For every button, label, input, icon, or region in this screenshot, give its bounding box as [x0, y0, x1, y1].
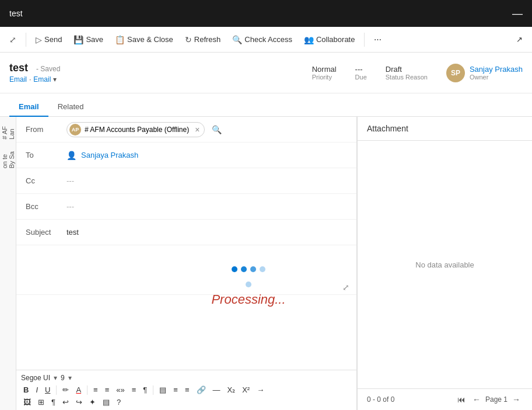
from-label: From [26, 125, 66, 134]
editor-sep-3 [153, 385, 153, 395]
send-icon: ▷ [36, 35, 42, 44]
ltr-button[interactable]: → [254, 384, 267, 395]
type-link-1[interactable]: Email [9, 75, 27, 84]
collaborate-icon: 👥 [304, 35, 314, 44]
page-label: Page 1 [485, 395, 508, 404]
title-bar: test — [0, 0, 532, 27]
check-access-button[interactable]: 🔍 Check Access [228, 33, 297, 47]
list2-button[interactable]: ▤ [100, 397, 112, 408]
bcc-label: Bcc [26, 202, 66, 211]
next-page-button[interactable]: → [510, 394, 523, 405]
font-name-dropdown[interactable]: ▾ [54, 374, 57, 382]
font-size-dropdown[interactable]: ▾ [68, 374, 72, 382]
cc-label: Cc [26, 176, 66, 185]
owner-name[interactable]: Sanjay Prakash [470, 65, 523, 74]
paragraph-button[interactable]: ¶ [49, 397, 58, 408]
priority-label: Priority [312, 74, 332, 81]
font-color-button[interactable]: A [74, 384, 83, 395]
bold-button[interactable]: B [21, 384, 31, 395]
undo-button[interactable]: ↩ [60, 397, 71, 408]
refresh-button[interactable]: ↻ Refresh [180, 33, 226, 47]
due-label: Due [355, 74, 367, 81]
align-center-button[interactable]: ≡ [103, 384, 112, 395]
prev-page-button[interactable]: ← [470, 394, 483, 405]
email-body-area[interactable] [16, 245, 356, 280]
editor-sep-2 [87, 385, 88, 395]
right-panel: Attachment No data available 0 - 0 of 0 … [357, 117, 532, 410]
owner-section: SP Sanjay Prakash Owner [446, 64, 523, 82]
info-fields: Normal Priority --- Due Draft Status Rea… [312, 64, 523, 82]
from-search-icon[interactable]: 🔍 [212, 125, 222, 134]
type-dropdown-icon[interactable]: ▾ [53, 75, 57, 84]
sidebar-item-2[interactable]: on teBy Sa [0, 147, 18, 173]
subject-value[interactable]: test [66, 228, 79, 237]
from-close-button[interactable]: × [195, 125, 200, 134]
email-form: From AP # AFM Accounts Payable (Offline)… [16, 117, 357, 410]
ordered-list-button[interactable]: ¶ [141, 384, 149, 395]
save-button[interactable]: 💾 Save [69, 33, 108, 47]
expand-icon[interactable]: ⤢ [342, 283, 349, 292]
no-data-text: No data available [415, 260, 474, 269]
type-link-2[interactable]: Email [33, 75, 51, 84]
underline-button[interactable]: U [43, 384, 52, 395]
due-field: --- Due [355, 65, 367, 81]
superscript-button[interactable]: X² [240, 384, 252, 395]
list-button[interactable]: ≡ [130, 384, 139, 395]
cc-row: Cc --- [16, 168, 356, 194]
star-button[interactable]: ✦ [87, 397, 98, 408]
cc-value: --- [66, 176, 347, 185]
more-options-button[interactable]: ⋯ [369, 33, 386, 46]
font-size-label[interactable]: 9 [61, 374, 65, 382]
info-title-row: test - Saved [9, 62, 60, 74]
pagination-range: 0 - 0 of 0 [367, 395, 394, 404]
pagination: ⏮ ← Page 1 → [455, 394, 523, 405]
editor-sep-1 [56, 385, 57, 395]
pop-out-button[interactable]: ⤢ [5, 33, 21, 47]
redo-button[interactable]: ↪ [74, 397, 85, 408]
sidebar-item-1[interactable]: # AFLan [0, 121, 18, 144]
priority-field: Normal Priority [312, 65, 337, 81]
toolbar-separator-1 [26, 33, 26, 47]
right-panel-footer: 0 - 0 of 0 ⏮ ← Page 1 → [358, 388, 532, 410]
minimize-button[interactable]: — [512, 8, 523, 19]
bcc-row: Bcc --- [16, 194, 356, 220]
first-page-button[interactable]: ⏮ [455, 394, 468, 405]
grid-button[interactable]: ⊞ [36, 397, 47, 408]
justify-button[interactable]: ≡ [183, 384, 192, 395]
align-left-button[interactable]: ≡ [91, 384, 100, 395]
save-close-button[interactable]: 📋 Save & Close [110, 33, 178, 47]
title-bar-controls: — [512, 8, 523, 19]
collaborate-button[interactable]: 👥 Collaborate [299, 33, 360, 47]
italic-button[interactable]: I [33, 384, 40, 395]
check-access-icon: 🔍 [232, 35, 242, 44]
toolbar: ⤢ ▷ Send 💾 Save 📋 Save & Close ↻ Refresh… [0, 27, 532, 53]
tab-related[interactable]: Related [48, 98, 93, 117]
tab-email[interactable]: Email [9, 98, 48, 117]
share-button[interactable]: ↗ [512, 33, 527, 46]
subscript-button[interactable]: X₂ [225, 384, 238, 395]
form-fields: From AP # AFM Accounts Payable (Offline)… [16, 117, 356, 370]
cc-dashes: --- [66, 176, 74, 185]
from-row: From AP # AFM Accounts Payable (Offline)… [16, 117, 356, 143]
to-person-name[interactable]: Sanjaya Prakash [81, 151, 138, 159]
main-content: # AFLan on teBy Sa From AP # AFM Account… [0, 117, 532, 410]
hr-button[interactable]: — [211, 384, 223, 395]
indent-button[interactable]: «» [114, 384, 127, 395]
align-right-button[interactable]: ≡ [171, 384, 180, 395]
table-button[interactable]: ▤ [157, 384, 169, 395]
window-title: test [9, 9, 23, 18]
font-name-label[interactable]: Segoe UI [21, 374, 50, 382]
save-icon: 💾 [74, 35, 83, 44]
send-button[interactable]: ▷ Send [31, 33, 66, 47]
bcc-value: --- [66, 202, 347, 211]
status-reason-value: Draft [386, 65, 402, 74]
image-button[interactable]: 🖼 [21, 397, 33, 408]
help-button[interactable]: ? [114, 397, 123, 408]
status-reason-field: Draft Status Reason [386, 65, 428, 81]
info-title-section: test - Saved Email · Email ▾ [9, 62, 60, 84]
from-avatar: AP [69, 124, 81, 135]
tabs-bar: Email Related [0, 93, 532, 117]
pen-button[interactable]: ✏ [60, 384, 71, 395]
pop-out-icon: ⤢ [9, 35, 16, 44]
link-button[interactable]: 🔗 [194, 384, 208, 395]
